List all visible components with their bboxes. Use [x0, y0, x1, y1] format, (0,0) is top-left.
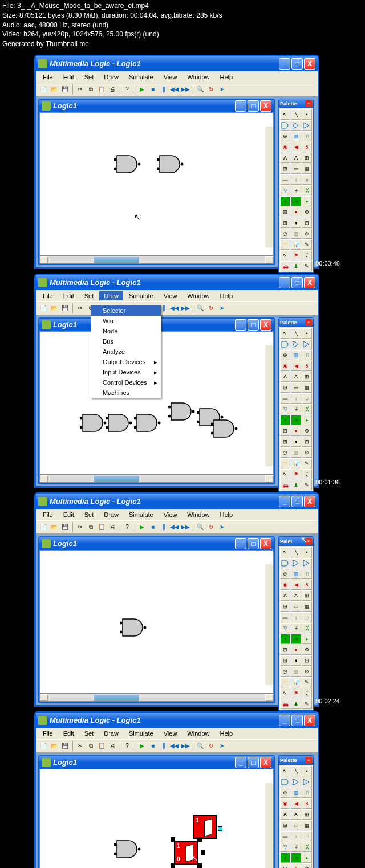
doc-maximize-button[interactable]: □	[248, 538, 259, 549]
selection-handle[interactable]	[197, 863, 202, 868]
canvas[interactable]: 1 1 0 ↖	[39, 769, 274, 868]
palette-node-icon[interactable]: •	[302, 109, 312, 120]
palette-font-icon[interactable]: A	[291, 153, 301, 163]
menu-simulate[interactable]: Simulate	[124, 510, 158, 519]
rewind-icon[interactable]: ◀◀	[169, 303, 180, 313]
palette-counter-icon[interactable]: ▥	[291, 229, 301, 239]
and-gate[interactable]	[134, 411, 163, 434]
menu-set[interactable]: Set	[80, 291, 99, 300]
selection-handle[interactable]	[171, 837, 175, 842]
stop-icon[interactable]: ■	[148, 84, 158, 95]
horizontal-scrollbar[interactable]	[39, 475, 274, 483]
palette-clock2-icon[interactable]: ⊙	[302, 229, 312, 239]
horizontal-scrollbar[interactable]	[39, 694, 274, 702]
palette-close-button[interactable]: ×	[305, 319, 312, 326]
menu-help[interactable]: Help	[215, 510, 237, 519]
menu-file[interactable]: File	[38, 291, 58, 300]
menu-item-input[interactable]: Input Devices▸	[91, 367, 161, 377]
output-pin[interactable]	[218, 826, 222, 831]
new-icon[interactable]: 📄	[38, 741, 48, 751]
print-icon[interactable]: 🖨	[107, 522, 117, 532]
paste-icon[interactable]: 📋	[96, 522, 107, 532]
palette-switch-icon[interactable]: ⊞	[302, 153, 312, 163]
copy-icon[interactable]: ⧉	[86, 741, 96, 751]
palette-car-icon[interactable]: 🚗	[280, 261, 290, 271]
menu-window[interactable]: Window	[182, 510, 214, 519]
menu-item-control[interactable]: Control Devices▸	[91, 377, 161, 388]
and-gate[interactable]	[168, 400, 197, 423]
zoom-icon[interactable]: 🔍	[195, 303, 205, 313]
menu-item-analyze[interactable]: Analyze	[91, 347, 161, 357]
zoom-icon[interactable]: 🔍	[195, 741, 205, 751]
palette-display-icon[interactable]: ▭	[291, 164, 301, 174]
zoom-icon[interactable]: 🔍	[195, 522, 205, 532]
cut-icon[interactable]: ✂	[75, 303, 85, 313]
open-icon[interactable]: 📂	[49, 522, 59, 532]
palette-arrow2-icon[interactable]: ↖	[280, 250, 290, 260]
save-icon[interactable]: 💾	[60, 303, 70, 313]
paste-icon[interactable]: 📋	[96, 84, 107, 95]
menu-simulate[interactable]: Simulate	[124, 729, 158, 738]
minimize-button[interactable]: _	[279, 496, 290, 507]
palette-xor-icon[interactable]: ⊕	[280, 131, 290, 141]
vertical-scrollbar[interactable]	[265, 783, 273, 868]
palette-robot-icon[interactable]: ♟	[291, 261, 301, 271]
selection-handle[interactable]	[197, 837, 202, 842]
stop-icon[interactable]: ■	[148, 741, 158, 751]
menu-view[interactable]: View	[159, 510, 182, 519]
canvas[interactable]: ↖	[39, 112, 274, 256]
palette-flip-icon[interactable]: ▥	[291, 131, 301, 141]
new-icon[interactable]: 📄	[38, 303, 48, 313]
menu-simulate[interactable]: Simulate	[124, 72, 158, 81]
horizontal-scrollbar[interactable]	[39, 256, 274, 264]
arrow-icon[interactable]: ➤	[217, 84, 227, 95]
menu-window[interactable]: Window	[182, 72, 214, 81]
reset-icon[interactable]: ↻	[206, 522, 216, 532]
palette-lamp-icon[interactable]: ●	[291, 207, 301, 217]
arrow-icon[interactable]: ➤	[217, 303, 227, 313]
copy-icon[interactable]: ⧉	[86, 522, 96, 532]
reset-icon[interactable]: ↻	[206, 741, 216, 751]
palette-connector-icon[interactable]: ⟐	[302, 174, 312, 185]
palette-ground-icon[interactable]: ⏚	[291, 185, 301, 195]
palette-link-icon[interactable]: ⤴	[302, 250, 312, 260]
print-icon[interactable]: 🖨	[107, 84, 117, 95]
menu-draw[interactable]: Draw	[99, 729, 123, 738]
run-icon[interactable]: ▶	[137, 84, 147, 95]
menu-item-machines[interactable]: Machines	[91, 388, 161, 398]
open-icon[interactable]: 📂	[49, 741, 59, 751]
pause-icon[interactable]: ‖	[159, 84, 169, 95]
palette-chip-icon[interactable]: ▫	[280, 196, 290, 206]
stop-icon[interactable]: ■	[148, 522, 158, 532]
palette-wave-icon[interactable]: 〰	[280, 239, 290, 250]
palette-tool-icon[interactable]: ⚙	[302, 207, 312, 217]
zoom-icon[interactable]: 🔍	[195, 84, 205, 95]
menu-draw[interactable]: Draw	[99, 72, 123, 81]
cut-icon[interactable]: ✂	[75, 741, 85, 751]
menu-help[interactable]: Help	[215, 72, 237, 81]
cut-icon[interactable]: ✂	[75, 522, 85, 532]
and-gate[interactable]	[211, 417, 240, 440]
save-icon[interactable]: 💾	[60, 84, 70, 95]
doc-minimize-button[interactable]: _	[235, 319, 246, 331]
palette-seven-icon[interactable]: 8	[302, 142, 312, 152]
palette-text-icon[interactable]: A	[280, 153, 290, 163]
palette-clock-icon[interactable]: ⎍	[302, 131, 312, 141]
save-icon[interactable]: 💾	[60, 522, 70, 532]
cut-icon[interactable]: ✂	[75, 84, 85, 95]
doc-maximize-button[interactable]: □	[248, 319, 259, 331]
run-icon[interactable]: ▶	[137, 741, 147, 751]
menu-help[interactable]: Help	[215, 291, 237, 300]
step-icon[interactable]: ▶▶	[180, 84, 190, 95]
run-icon[interactable]: ▶	[137, 522, 147, 532]
arrow-icon[interactable]: ➤	[217, 522, 227, 532]
palette-scope-icon[interactable]: 📊	[291, 239, 301, 250]
vertical-scrollbar[interactable]	[265, 564, 273, 685]
palette-funnel-icon[interactable]: ▽	[280, 185, 290, 195]
palette-selector-icon[interactable]: ↖	[280, 109, 290, 120]
help-icon[interactable]: ?	[122, 84, 132, 95]
palette-ram-icon[interactable]: ▬	[280, 174, 290, 185]
palette-line-icon[interactable]: ╳	[302, 185, 312, 195]
reset-icon[interactable]: ↻	[206, 84, 216, 95]
menu-edit[interactable]: Edit	[59, 72, 79, 81]
